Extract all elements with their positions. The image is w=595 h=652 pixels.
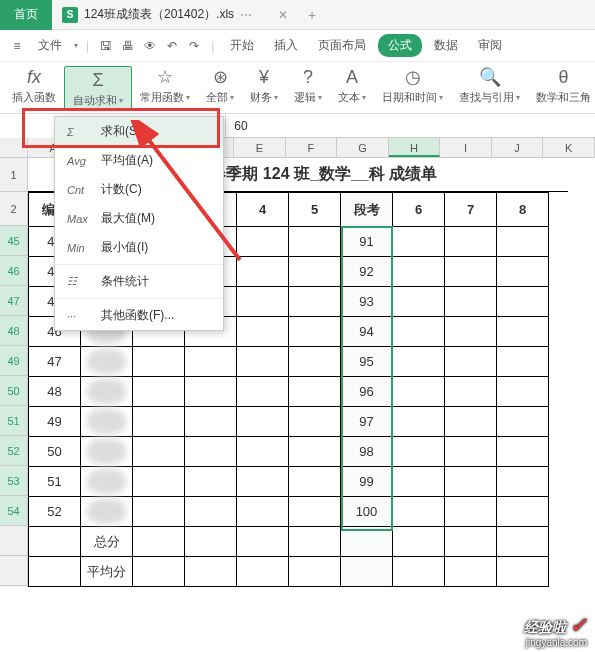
menu-icon[interactable]: ≡ (8, 37, 26, 55)
row-header[interactable]: 52 (0, 436, 27, 466)
cell[interactable] (497, 557, 549, 587)
conditional-menu-item[interactable]: ☷ 条件统计 (55, 267, 223, 296)
cell[interactable]: 49 (29, 407, 81, 437)
file-tab[interactable]: S 124班成绩表（201402）.xls ⋯ ✕ (52, 0, 298, 30)
cell[interactable] (393, 287, 445, 317)
cell[interactable] (445, 407, 497, 437)
close-tab-icon[interactable]: ✕ (278, 8, 288, 22)
cell[interactable] (133, 407, 185, 437)
cell[interactable] (81, 467, 133, 497)
cell[interactable] (289, 227, 341, 257)
cell[interactable]: 94 (341, 317, 393, 347)
cell[interactable] (29, 527, 81, 557)
cell[interactable] (289, 317, 341, 347)
cell[interactable] (237, 407, 289, 437)
row-header[interactable]: 2 (0, 192, 27, 226)
save-icon[interactable]: 🖫 (97, 37, 115, 55)
cell[interactable] (185, 407, 237, 437)
cell[interactable] (237, 437, 289, 467)
row-header[interactable]: 54 (0, 496, 27, 526)
row-header[interactable]: 47 (0, 286, 27, 316)
avg-menu-item[interactable]: Avg 平均值(A) (55, 146, 223, 175)
row-header[interactable]: 1 (0, 158, 27, 192)
lookup-button[interactable]: 🔍 查找与引用▾ (451, 66, 528, 105)
insert-function-button[interactable]: fx 插入函数 (4, 66, 64, 105)
cell[interactable] (185, 557, 237, 587)
cell[interactable] (81, 377, 133, 407)
cell[interactable]: 51 (29, 467, 81, 497)
cell[interactable] (133, 527, 185, 557)
common-functions-button[interactable]: ☆ 常用函数▾ (132, 66, 198, 105)
cell[interactable] (237, 227, 289, 257)
cell[interactable] (445, 497, 497, 527)
cell[interactable] (497, 257, 549, 287)
cell[interactable] (81, 347, 133, 377)
cell[interactable] (393, 317, 445, 347)
file-menu[interactable]: 文件 (30, 37, 70, 54)
cell[interactable] (133, 377, 185, 407)
cell[interactable]: 91 (341, 227, 393, 257)
cell[interactable] (185, 467, 237, 497)
cell[interactable] (445, 227, 497, 257)
cell[interactable] (81, 407, 133, 437)
undo-icon[interactable]: ↶ (163, 37, 181, 55)
row-header[interactable]: 45 (0, 226, 27, 256)
data-menu[interactable]: 数据 (426, 37, 466, 54)
start-menu[interactable]: 开始 (222, 37, 262, 54)
row-header[interactable]: 48 (0, 316, 27, 346)
insert-menu[interactable]: 插入 (266, 37, 306, 54)
cell[interactable]: 97 (341, 407, 393, 437)
cell[interactable] (185, 347, 237, 377)
cell[interactable] (497, 317, 549, 347)
cell[interactable] (133, 347, 185, 377)
header-cell[interactable]: 4 (237, 193, 289, 227)
col-header[interactable]: E (234, 138, 286, 157)
cell[interactable]: 99 (341, 467, 393, 497)
max-menu-item[interactable]: Max 最大值(M) (55, 204, 223, 233)
sum-menu-item[interactable]: Σ 求和(S) (55, 117, 223, 146)
cell[interactable] (237, 347, 289, 377)
cell[interactable] (497, 467, 549, 497)
cell[interactable] (393, 467, 445, 497)
cell[interactable] (497, 227, 549, 257)
cell[interactable] (393, 437, 445, 467)
col-header[interactable]: J (492, 138, 544, 157)
cell[interactable] (185, 437, 237, 467)
cell[interactable]: 47 (29, 347, 81, 377)
all-functions-button[interactable]: ⊛ 全部▾ (198, 66, 242, 105)
logic-button[interactable]: ? 逻辑▾ (286, 66, 330, 105)
cell[interactable] (237, 467, 289, 497)
cell[interactable] (289, 287, 341, 317)
cell[interactable]: 95 (341, 347, 393, 377)
text-button[interactable]: A 文本▾ (330, 66, 374, 105)
review-menu[interactable]: 审阅 (470, 37, 510, 54)
cell[interactable] (445, 437, 497, 467)
cell[interactable] (237, 317, 289, 347)
col-header[interactable]: I (440, 138, 492, 157)
row-header[interactable]: 51 (0, 406, 27, 436)
cell[interactable] (237, 527, 289, 557)
cell[interactable] (237, 557, 289, 587)
cell[interactable] (393, 347, 445, 377)
cell[interactable] (341, 557, 393, 587)
cell[interactable]: 96 (341, 377, 393, 407)
auto-sum-button[interactable]: Σ 自动求和▾ (64, 66, 132, 111)
redo-icon[interactable]: ↷ (185, 37, 203, 55)
cell[interactable] (445, 257, 497, 287)
preview-icon[interactable]: 👁 (141, 37, 159, 55)
cell[interactable]: 100 (341, 497, 393, 527)
cell[interactable] (445, 467, 497, 497)
home-tab[interactable]: 首页 (0, 0, 52, 30)
cell[interactable] (185, 527, 237, 557)
cell[interactable] (497, 527, 549, 557)
add-tab-button[interactable]: + (308, 7, 316, 23)
cell[interactable] (289, 437, 341, 467)
cell[interactable] (497, 497, 549, 527)
cell[interactable]: 48 (29, 377, 81, 407)
row-header[interactable]: 46 (0, 256, 27, 286)
cell[interactable] (289, 497, 341, 527)
header-cell[interactable]: 5 (289, 193, 341, 227)
cell[interactable] (445, 287, 497, 317)
header-cell[interactable]: 6 (393, 193, 445, 227)
col-header[interactable]: F (286, 138, 338, 157)
